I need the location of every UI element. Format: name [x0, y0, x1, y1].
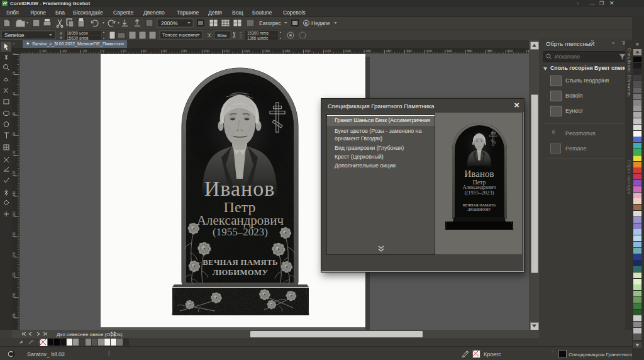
svg-text:15300 mms: 15300 mms	[247, 31, 269, 35]
svg-text:120: 120	[12, 171, 16, 177]
svg-text:Sепеtое: Sепеtое	[4, 32, 25, 38]
svg-text:0: 0	[12, 53, 16, 55]
svg-text:180: 180	[12, 232, 16, 237]
svg-text:400: 400	[507, 49, 513, 53]
svg-text:160: 160	[12, 211, 16, 217]
svg-text:15630 алов: 15630 алов	[67, 36, 89, 40]
svg-text:300: 300	[406, 49, 411, 53]
svg-text:40: 40	[12, 92, 16, 96]
svg-text:220: 220	[325, 49, 331, 53]
svg-text:180: 180	[284, 49, 290, 53]
svg-text:60: 60	[12, 112, 16, 116]
svg-text:-40: -40	[62, 49, 67, 53]
svg-text:((1955–2023): ((1955–2023)	[465, 189, 494, 196]
svg-text:280: 280	[386, 49, 391, 53]
svg-text:80: 80	[12, 132, 16, 136]
svg-text:2000%: 2000%	[161, 20, 178, 26]
svg-text:40: 40	[143, 49, 147, 53]
svg-text:B: B	[305, 21, 308, 26]
svg-text:140: 140	[244, 49, 250, 53]
svg-text:20: 20	[123, 49, 126, 53]
svg-text:240: 240	[12, 293, 16, 298]
svg-text:240: 240	[345, 49, 351, 53]
svg-text:16050 ьсон: 16050 ьсон	[67, 31, 88, 35]
svg-text:260: 260	[365, 49, 371, 53]
svg-text:Еаrогрес: Еаrогрес	[259, 20, 282, 26]
svg-text:60: 60	[163, 49, 167, 53]
svg-text:ВЕЧНАЯ ПАМЯТЬ: ВЕЧНАЯ ПАМЯТЬ	[463, 203, 496, 207]
svg-text:-60: -60	[42, 49, 47, 53]
svg-text:100: 100	[12, 150, 16, 156]
svg-text:140: 140	[12, 191, 16, 197]
svg-text:120: 120	[224, 49, 230, 53]
svg-text:340: 340	[447, 49, 452, 53]
svg-text:220: 220	[12, 273, 16, 278]
svg-text:80: 80	[183, 49, 187, 53]
svg-text:Тепсее пшевяnе: Тепсее пшевяnе	[162, 32, 198, 38]
svg-text:Иванов: Иванов	[204, 177, 275, 200]
svg-text:0: 0	[102, 49, 104, 53]
svg-text:200: 200	[12, 252, 16, 257]
svg-text:160: 160	[264, 49, 270, 53]
svg-text:320: 320	[426, 49, 432, 53]
svg-text:Sbw: Sbw	[217, 33, 227, 38]
svg-text:360: 360	[467, 49, 472, 53]
svg-text:1366 шпсtс: 1366 шпсtс	[247, 36, 269, 40]
svg-text:380: 380	[487, 49, 492, 53]
svg-text:ВЕЧНАЯ ПАМЯТЬ: ВЕЧНАЯ ПАМЯТЬ	[203, 258, 278, 267]
svg-text:-20: -20	[82, 49, 87, 53]
svg-text:20: 20	[12, 71, 16, 75]
svg-text:(1955–2023): (1955–2023)	[213, 226, 268, 238]
svg-text:100: 100	[203, 49, 209, 53]
svg-text:Иванов: Иванов	[465, 169, 494, 179]
svg-text:ЛЮБИМОМУ: ЛЮБИМОМУ	[467, 208, 492, 211]
svg-text:200: 200	[304, 49, 310, 53]
svg-text:Недаnе: Недаnе	[311, 20, 330, 26]
svg-text:260: 260	[12, 313, 16, 318]
svg-text:ЛЮБИМОМУ: ЛЮБИМОМУ	[213, 268, 269, 277]
